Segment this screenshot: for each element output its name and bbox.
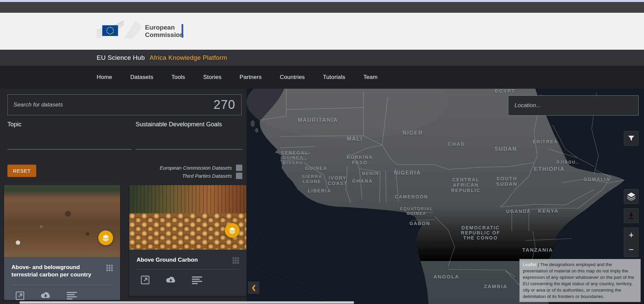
country-label: EGYPT xyxy=(495,89,515,94)
country-label: BISSAU xyxy=(283,160,303,165)
result-count: 270 xyxy=(213,98,241,112)
nav-item-label: Tools xyxy=(171,74,185,80)
chevron-left-icon: ❮ xyxy=(251,284,256,291)
layers-icon xyxy=(627,192,636,201)
country-label: LIBERIA xyxy=(308,188,331,193)
source-filter-checkbox[interactable] xyxy=(236,165,242,171)
horizontal-scrollbar[interactable] xyxy=(19,301,354,304)
country-label: GUINEA xyxy=(283,155,304,160)
source-filters: European Commission Datasets Third Parti… xyxy=(160,165,242,179)
map-download-button[interactable] xyxy=(624,208,639,223)
island xyxy=(255,128,258,133)
open-external-icon[interactable] xyxy=(141,275,150,285)
nav-item-tutorials[interactable]: Tutorials xyxy=(323,74,345,81)
dataset-card[interactable]: Above Ground Carbon xyxy=(129,185,246,296)
nav-item-countries[interactable]: Countries xyxy=(280,74,305,81)
description-icon[interactable] xyxy=(192,276,202,284)
nav-item-label: Team xyxy=(363,74,378,80)
european-commission-logo[interactable]: European Commission xyxy=(97,17,187,45)
main-navigation: HomeDatasetsToolsStoriesPartnersCountrie… xyxy=(0,66,644,89)
country-label: GABON xyxy=(409,221,430,226)
country-label: GHANA xyxy=(352,178,373,184)
country-label: BENIN xyxy=(362,171,379,176)
nav-item-label: Partners xyxy=(240,74,262,80)
nav-item-label: Datasets xyxy=(130,74,153,80)
country-label: REPUBLIC xyxy=(451,188,481,193)
africa-map[interactable]: EGYPTMAURITANIAMALINIGERCHADSUDANERITREA… xyxy=(247,89,644,304)
leaflet-link[interactable]: Leaflet xyxy=(523,262,537,267)
nav-item-tools[interactable]: Tools xyxy=(171,74,185,81)
description-icon[interactable] xyxy=(67,292,77,300)
country-label: COAST xyxy=(328,181,348,186)
reset-button[interactable]: RESET xyxy=(7,165,36,177)
country-label: SOMALIA xyxy=(584,177,610,182)
map-zoom-control: + − xyxy=(624,227,639,257)
country-label: KENYA xyxy=(538,208,558,214)
funnel-icon xyxy=(628,135,635,141)
island xyxy=(251,120,255,127)
card-divider xyxy=(11,285,113,285)
dataset-search-box: 270 xyxy=(7,94,242,115)
zoom-out-button[interactable]: − xyxy=(624,242,638,257)
country-label: NIGER xyxy=(403,130,423,136)
cloud-download-icon[interactable] xyxy=(40,292,51,300)
map-filter-button[interactable] xyxy=(624,131,639,146)
dataset-card-body: Above- and belowground terrestrial carbo… xyxy=(4,257,120,300)
download-icon xyxy=(628,212,635,219)
add-to-map-button[interactable] xyxy=(225,223,240,238)
topic-select[interactable]: Topic xyxy=(7,121,21,128)
sdg-select[interactable]: Sustainable Development Goals xyxy=(136,121,222,128)
dataset-card-title: Above Ground Carbon xyxy=(137,256,198,264)
nav-item-team[interactable]: Team xyxy=(363,74,378,81)
country-label: MALI xyxy=(347,136,362,142)
zoom-in-button[interactable]: + xyxy=(624,228,638,242)
nav-item-label: Tutorials xyxy=(323,74,345,80)
sdg-underline xyxy=(136,149,242,149)
nav-item-datasets[interactable]: Datasets xyxy=(130,74,153,81)
open-external-icon[interactable] xyxy=(15,291,24,300)
search-input[interactable] xyxy=(8,101,213,108)
nav-item-label: Stories xyxy=(203,74,221,80)
country-label: THE CONGO xyxy=(463,235,498,241)
dataset-card-body: Above Ground Carbon xyxy=(129,250,246,285)
nav-item-label: Countries xyxy=(280,74,305,80)
country-label: CHAD xyxy=(448,141,465,147)
country-label: IVORY xyxy=(329,175,346,181)
country-label: ZAMBIA xyxy=(484,284,507,289)
country-label: ANGOLA xyxy=(434,274,459,279)
source-filter-row: Third Parties Datasets xyxy=(160,173,242,179)
grid-icon[interactable] xyxy=(106,265,113,271)
country-label: SUDAN xyxy=(495,146,517,152)
eu-science-hub-link[interactable]: EU Science Hub xyxy=(97,54,145,61)
sidebar-collapse-button[interactable]: ❮ xyxy=(248,281,259,294)
country-label: LEONE xyxy=(303,179,321,184)
map-layers-button[interactable] xyxy=(624,189,639,204)
country-label: DEMOCRATIC xyxy=(461,225,500,230)
source-filter-row: European Commission Datasets xyxy=(160,165,242,171)
nav-item-label: Home xyxy=(97,74,112,80)
nav-item-partners[interactable]: Partners xyxy=(240,74,262,81)
country-label: AFRICAN xyxy=(453,182,479,188)
grid-icon[interactable] xyxy=(233,257,239,264)
source-filter-label: Third Parties Datasets xyxy=(182,173,232,179)
africa-knowledge-platform-link[interactable]: Africa Knowledge Platform xyxy=(150,54,227,61)
country-label: CENTRAL xyxy=(452,177,480,182)
dataset-filter-sidebar: 270 Topic Sustainable Development Goals … xyxy=(0,89,247,304)
logo-blue-bar xyxy=(182,24,183,38)
logo-text-line2: Commission xyxy=(145,31,184,38)
country-label: GUINEA xyxy=(407,211,427,216)
dataset-card[interactable]: Above- and belowground terrestrial carbo… xyxy=(4,185,120,300)
africa-knowledge-platform-page: European Commission EU Science Hub Afric… xyxy=(0,0,644,304)
map-attribution: Leaflet | The designations employed and … xyxy=(519,259,641,302)
layers-icon xyxy=(229,227,236,234)
nav-item-home[interactable]: Home xyxy=(97,74,112,81)
country-label: SIERRA xyxy=(302,174,322,179)
dataset-card-title: Above- and belowground terrestrial carbo… xyxy=(11,264,98,279)
dataset-cards: Above- and belowground terrestrial carbo… xyxy=(4,185,246,300)
add-to-map-button[interactable] xyxy=(98,230,113,245)
country-label: BURKINA xyxy=(347,155,373,160)
location-input[interactable] xyxy=(508,102,638,109)
cloud-download-icon[interactable] xyxy=(165,276,177,284)
nav-item-stories[interactable]: Stories xyxy=(203,74,221,81)
source-filter-checkbox[interactable] xyxy=(236,173,242,179)
